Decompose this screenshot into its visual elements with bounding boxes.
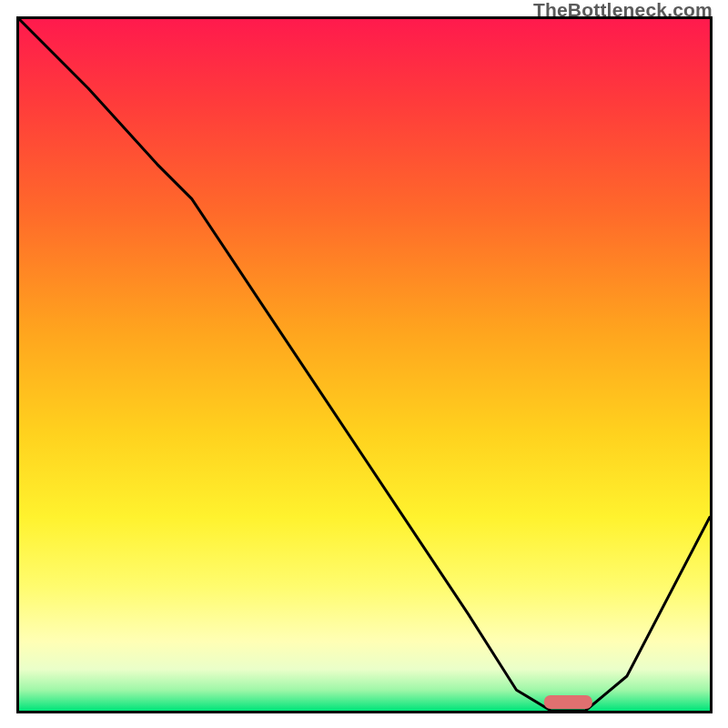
chart-plot-area <box>16 16 713 713</box>
optimal-range-marker <box>544 695 592 709</box>
chart-frame: TheBottleneck.com <box>0 0 728 728</box>
bottleneck-curve-line <box>19 19 710 711</box>
chart-svg-layer <box>19 19 710 711</box>
svg-rect-0 <box>544 695 592 709</box>
